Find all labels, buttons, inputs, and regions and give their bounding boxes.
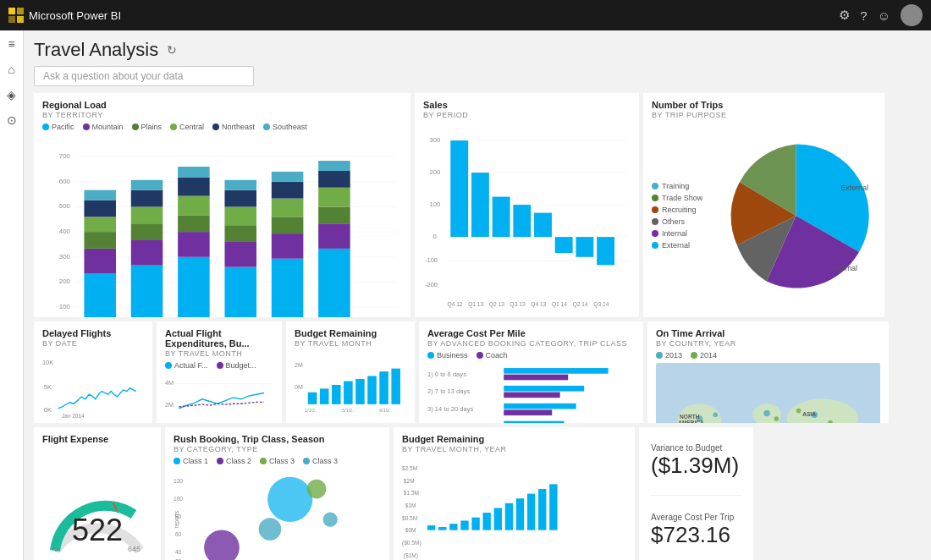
sidebar-home-icon[interactable]: ⌂ [8,63,14,76]
svg-text:Q3 14: Q3 14 [593,301,609,308]
svg-rect-38 [224,190,256,207]
svg-rect-25 [131,206,163,223]
svg-text:Q2 13: Q2 13 [489,301,504,308]
budget-rem-small-subtitle: BY TRAVEL MONTH [295,339,406,348]
sales-title: Sales [423,100,631,110]
svg-rect-48 [318,206,350,223]
topbar: Microsoft Power BI ⚙ ? ☺ [0,0,931,30]
svg-rect-192 [505,503,513,530]
svg-rect-29 [178,232,210,257]
legend-actual: Actual F... [165,361,208,370]
dot-class3 [260,458,267,464]
svg-rect-185 [427,525,435,530]
regional-load-subtitle: BY TERRITORY [42,111,402,119]
svg-rect-33 [178,167,210,178]
svg-rect-73 [534,213,552,237]
svg-rect-104 [344,382,353,404]
legend-label-pacific: Pacific [52,123,74,131]
world-map: NORTH AMERICA SOUTH AMERICA AFRICA ASIA … [656,363,880,423]
svg-text:40: 40 [175,549,182,555]
label-2014: 2014 [700,351,717,360]
settings-icon[interactable]: ⚙ [839,8,850,23]
ontime-card: On Time Arrival BY COUNTRY, YEAR 2013 20… [647,321,889,423]
main-content: Travel Analysis ↻ Ask a question about y… [24,30,931,560]
variance-card: Variance to Budget ($1.39M) Average Cost… [639,427,753,560]
sidebar-search-icon[interactable]: ⊙ [7,113,17,127]
avg-cost-label: Average Cost Per Trip [651,513,741,522]
search-bar[interactable]: Ask a question about your data [34,66,254,86]
row3: Flight Expense 522 0 645 [34,427,921,560]
delayed-subtitle: BY DATE [42,339,144,348]
svg-rect-32 [178,178,210,196]
label-class2: Class 2 [226,457,251,465]
refresh-icon[interactable]: ↻ [167,43,177,57]
help-icon[interactable]: ? [860,8,867,23]
pie-area: Training Trade Show Recruiting Othe [652,123,876,309]
legend-others: Others [652,217,711,226]
svg-text:AMERICA: AMERICA [678,420,704,423]
svg-point-164 [204,530,240,560]
pie-legend: Training Trade Show Recruiting Othe [652,182,711,250]
svg-point-165 [259,518,282,541]
svg-rect-35 [224,242,256,267]
sales-card: Sales BY PERIOD 300 200 100 0 -100 -200 [415,93,639,317]
ontime-title: On Time Arrival [656,328,880,338]
svg-text:500: 500 [59,202,71,210]
svg-rect-191 [494,508,502,530]
svg-rect-69 [450,140,468,237]
svg-rect-51 [318,161,350,171]
actual-flight-subtitle: BY TRAVEL MONTH [165,349,273,358]
legend-dot-southeast [263,124,270,130]
svg-text:($1M): ($1M) [404,552,418,559]
budget-big-subtitle: BY TRAVEL MONTH, YEAR [402,445,626,453]
actual-flight-title: Actual Flight Expenditures, Bu... [165,328,273,349]
user-smiley-icon[interactable]: ☺ [878,8,890,23]
avg-cost-value: $723.16 [651,522,741,548]
label-actual: Actual F... [174,361,208,370]
svg-rect-47 [318,223,350,249]
map-placeholder: NORTH AMERICA SOUTH AMERICA AFRICA ASIA … [656,363,880,423]
svg-rect-105 [355,379,365,404]
label-class3: Class 3 [269,457,295,465]
legend-business: Business [427,351,468,360]
budget-remaining-small-card: Budget Remaining BY TRAVEL MONTH 2M 0M 1… [286,321,415,423]
svg-text:Q1 13: Q1 13 [468,301,483,308]
svg-rect-22 [131,266,163,317]
label-class4: Class 3 [312,457,338,465]
svg-rect-18 [84,232,116,249]
svg-text:$1M: $1M [405,502,416,508]
logo-squares [8,8,24,23]
svg-rect-42 [272,217,304,233]
legend-southeast: Southeast [263,123,307,131]
avg-cost-legend: Business Coach [427,351,635,360]
legend-label-southeast: Southeast [273,123,307,131]
legend-pacific: Pacific [42,123,74,131]
app-name: Microsoft Power BI [29,9,121,22]
svg-text:Q4 12: Q4 12 [447,301,462,308]
svg-text:3) 14 to 20 days: 3) 14 to 20 days [427,405,474,413]
svg-text:1/1/2..: 1/1/2.. [305,408,317,413]
svg-rect-20 [84,200,116,217]
gauge-value: 522 [72,513,123,548]
label-internal: Internal [662,229,687,238]
delayed-flights-card: Delayed Flights BY DATE 10K 5K 0K Jan 20… [34,321,152,423]
svg-text:4M: 4M [165,379,174,387]
budget-big-chart: $2.5M $2M $1.5M $1M $0.5M $0M ($0.5M) ($… [402,457,626,560]
svg-rect-27 [131,180,163,190]
svg-rect-71 [493,197,510,237]
svg-text:2M: 2M [165,401,174,409]
svg-text:reports: reports [174,510,180,528]
rush-legend: Class 1 Class 2 Class 3 Class 3 [174,457,381,465]
sidebar-pin-icon[interactable]: ◈ [7,88,16,102]
svg-text:400: 400 [59,228,71,235]
delayed-chart: 10K 5K 0K Jan 2014 [42,351,144,423]
svg-text:Q3 13: Q3 13 [510,301,526,308]
actual-legend: Actual F... Budget... [165,361,273,370]
svg-text:Internal: Internal [832,264,857,272]
sales-chart: 300 200 100 0 -100 -200 [423,123,631,317]
flight-expense-title: Flight Expense [42,434,152,444]
label-training: Training [662,182,689,190]
sidebar-nav-icon[interactable]: ≡ [8,37,14,51]
avatar[interactable] [901,4,923,26]
svg-rect-24 [131,223,163,240]
